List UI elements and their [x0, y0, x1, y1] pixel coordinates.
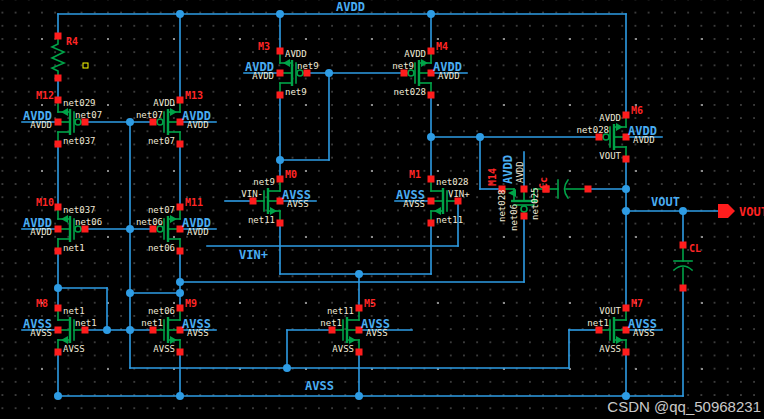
pin-M10-b[interactable] [55, 226, 62, 233]
pin-M13-d[interactable] [177, 97, 184, 104]
pin-M14-g[interactable] [521, 213, 528, 220]
rotated-label-net06[interactable]: net06 [509, 204, 519, 231]
pin-M11-d[interactable] [177, 204, 184, 211]
pin-label[interactable]: VOUT [599, 306, 621, 316]
pin-label[interactable]: AVDD [187, 120, 209, 130]
pin-label[interactable]: net11 [248, 215, 275, 225]
pin-M1-b[interactable] [428, 198, 435, 205]
schematic-canvas[interactable]: M12net029net037net07AVDDAVDDM13AVDDnet07… [0, 0, 764, 419]
pin-label[interactable]: AVDD [438, 71, 460, 81]
pin-M7-d[interactable] [623, 305, 630, 312]
pin-label[interactable]: net9 [297, 61, 319, 71]
pin-R4[interactable] [55, 33, 62, 40]
pin-M4-d[interactable] [428, 48, 435, 55]
instance-label-M5[interactable]: M5 [364, 298, 376, 309]
pin-label[interactable]: AVDD [599, 113, 621, 123]
resistor-R4[interactable] [52, 36, 64, 78]
rotated-label-AVDD[interactable]: AVDD [515, 161, 525, 183]
pin-label[interactable]: net07 [136, 110, 163, 120]
pin-label[interactable]: net1 [587, 318, 609, 328]
pin-label[interactable]: AVSS [153, 344, 175, 354]
pin-M0-s[interactable] [277, 220, 284, 227]
net-label-vout[interactable]: VOUT [651, 195, 680, 209]
pin-M3-d[interactable] [277, 48, 284, 55]
pin-label[interactable]: net06 [136, 217, 163, 227]
pin-label[interactable]: net06 [75, 217, 102, 227]
pin-label[interactable]: AVDD [30, 227, 52, 237]
label-CL[interactable]: CL [689, 243, 701, 254]
pin-M7-s[interactable] [623, 349, 630, 356]
pin-M1-d[interactable] [428, 176, 435, 183]
pin-label[interactable]: AVSS [599, 344, 621, 354]
pin-label[interactable]: net028 [576, 125, 609, 135]
pin-M4-s[interactable] [428, 92, 435, 99]
instance-label-M7[interactable]: M7 [631, 298, 643, 309]
pin-label[interactable]: net037 [63, 136, 96, 146]
pin-M8-b[interactable] [55, 327, 62, 334]
instance-label-M9[interactable]: M9 [185, 298, 197, 309]
net-label-vin+[interactable]: VIN+ [239, 248, 268, 262]
instance-label-M3[interactable]: M3 [258, 41, 270, 52]
pin-M9-s[interactable] [177, 349, 184, 356]
instance-label-M12[interactable]: M12 [36, 90, 54, 101]
pin-label[interactable]: AVSS [30, 328, 52, 338]
pin-label[interactable]: net9 [285, 87, 307, 97]
pin-label[interactable]: net07 [75, 110, 102, 120]
pin-M14-b[interactable] [521, 186, 528, 193]
pin-M6-d[interactable] [623, 112, 630, 119]
instance-label-M13[interactable]: M13 [185, 90, 203, 101]
pin-M12-b[interactable] [55, 119, 62, 126]
pin-M6-s[interactable] [623, 156, 630, 163]
pin-label[interactable]: VIN+ [448, 189, 470, 199]
pin-label[interactable]: net06 [148, 243, 175, 253]
pin-label[interactable]: AVDD [285, 49, 307, 59]
pin-label[interactable]: net07 [148, 136, 175, 146]
pin-M5-d[interactable] [356, 305, 363, 312]
pin-label[interactable]: net028 [436, 177, 469, 187]
pin-label[interactable]: AVDD [30, 120, 52, 130]
rotated-label-Cc[interactable]: Cc [538, 177, 549, 189]
schematic-svg[interactable]: M12net029net037net07AVDDAVDDM13AVDDnet07… [0, 0, 764, 419]
instance-label-M11[interactable]: M11 [185, 197, 203, 208]
rotated-label-M14[interactable]: M14 [487, 168, 498, 186]
pin-label[interactable]: net1 [63, 243, 85, 253]
pin-label[interactable]: AVDD [187, 227, 209, 237]
pin-label[interactable]: net1 [75, 318, 97, 328]
pin-M8-d[interactable] [55, 305, 62, 312]
pin-label[interactable]: net06 [148, 306, 175, 316]
pin-M12-d[interactable] [55, 97, 62, 104]
pin-M10-d[interactable] [55, 204, 62, 211]
pin-label[interactable]: AVSS [187, 328, 209, 338]
pin-label[interactable]: AVSS [366, 328, 388, 338]
output-pin-vout[interactable] [718, 204, 735, 218]
pin-M12-s[interactable] [55, 141, 62, 148]
rotated-label-AVDD[interactable]: AVDD [501, 155, 515, 184]
pin-label[interactable]: net9 [392, 61, 414, 71]
pin-label[interactable]: net037 [63, 205, 96, 215]
net-label-avdd[interactable]: AVDD [336, 0, 365, 14]
net-label-avss[interactable]: AVSS [305, 379, 334, 393]
pin-M10-s[interactable] [55, 248, 62, 255]
pin-M3-s[interactable] [277, 92, 284, 99]
label-VOUT[interactable]: VOUT [739, 205, 764, 219]
pin-label[interactable]: AVSS [332, 344, 354, 354]
pin-label[interactable]: AVDD [153, 98, 175, 108]
pin-label[interactable]: net1 [320, 318, 342, 328]
pin-label[interactable]: net9 [253, 177, 275, 187]
rotated-label-net028[interactable]: net028 [497, 189, 507, 222]
pin-M1-s[interactable] [428, 220, 435, 227]
pin-Cc[interactable] [585, 186, 592, 193]
pin-label[interactable]: net029 [63, 98, 96, 108]
pin-CL[interactable] [680, 285, 687, 292]
pin-label[interactable]: VIN- [241, 189, 263, 199]
pin-label[interactable]: net11 [327, 306, 354, 316]
pin-label[interactable]: net1 [141, 318, 163, 328]
rotated-label-net025[interactable]: net025 [530, 187, 540, 220]
pin-label[interactable]: AVDD [633, 135, 655, 145]
pin-label[interactable]: AVSS [633, 328, 655, 338]
pin-label[interactable]: net1 [63, 306, 85, 316]
pin-M11-s[interactable] [177, 248, 184, 255]
pin-label[interactable]: AVDD [252, 71, 274, 81]
instance-label-M1[interactable]: M1 [409, 169, 421, 180]
pin-M9-d[interactable] [177, 305, 184, 312]
